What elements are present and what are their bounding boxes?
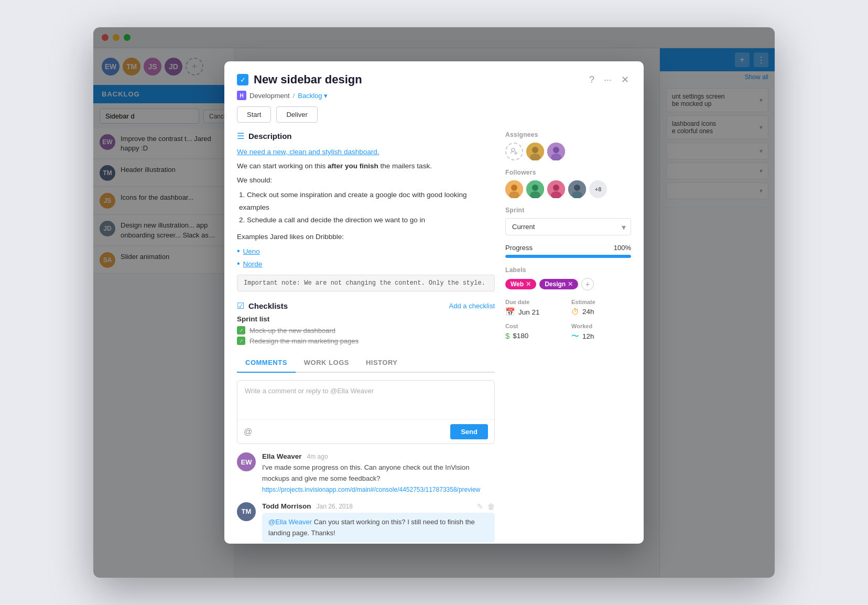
- labels-row: Web ✕ Design ✕ +: [505, 278, 631, 290]
- desc-link[interactable]: We need a new, clean and stylish dashboa…: [237, 148, 379, 156]
- svg-point-19: [574, 185, 580, 191]
- comment-time-todd: Jan 26, 2018: [317, 503, 353, 510]
- svg-point-0: [512, 148, 515, 152]
- link-ueno[interactable]: Ueno: [243, 245, 260, 258]
- label-web: Web ✕: [505, 279, 536, 289]
- desc-bullet-norde: • Norde: [237, 258, 495, 271]
- comment-list: EW Ella Weaver 4m ago I've made some pro…: [237, 452, 495, 543]
- help-button[interactable]: ?: [587, 72, 596, 88]
- follower-3[interactable]: [547, 180, 565, 198]
- desc-line-1: We need a new, clean and stylish dashboa…: [237, 146, 495, 158]
- due-date-label: Due date: [505, 299, 565, 305]
- progress-label: Progress: [505, 244, 533, 252]
- desc-list: 1. Check out some inspiration and create…: [237, 189, 495, 227]
- breadcrumb-stage[interactable]: Backlog ▾: [298, 92, 328, 100]
- modal-actions: ? ··· ✕: [587, 72, 631, 88]
- comment-toolbar: @ Send: [237, 419, 494, 444]
- breadcrumb-separator: /: [293, 92, 295, 100]
- task-modal: ✓ New sidebar design ? ··· ✕ H Developme…: [224, 61, 644, 544]
- clock-icon: ⏱: [571, 307, 579, 316]
- progress-bar: [505, 255, 631, 258]
- tab-work-logs[interactable]: WORK LOGS: [296, 353, 357, 373]
- cost-value: $ $180: [505, 331, 565, 340]
- calendar-icon: 📅: [505, 307, 515, 317]
- edit-comment-button[interactable]: ✎: [477, 502, 483, 511]
- add-checklist-link[interactable]: Add a checklist: [449, 302, 495, 310]
- followers-section: Followers: [505, 169, 631, 198]
- checklist-icon: ☑: [237, 301, 244, 311]
- cost-item: Cost $ $180: [505, 323, 565, 341]
- assignees-row: [505, 143, 631, 160]
- progress-section: Progress 100%: [505, 244, 631, 258]
- progress-fill: [505, 255, 631, 258]
- estimate-value: ⏱ 24h: [571, 307, 631, 316]
- modal-body: ☰ Description We need a new, clean and s…: [224, 123, 644, 544]
- sprint-label: Sprint: [505, 207, 631, 214]
- cost-label: Cost: [505, 323, 565, 329]
- send-button[interactable]: Send: [450, 424, 488, 439]
- comment-avatar-todd: TM: [237, 502, 256, 521]
- assignees-label: Assignees: [505, 131, 631, 138]
- at-mention-icon[interactable]: @: [244, 427, 252, 437]
- modal-overlay[interactable]: ✓ New sidebar design ? ··· ✕ H Developme…: [93, 27, 775, 578]
- svg-point-7: [553, 147, 559, 153]
- assignee-2[interactable]: [547, 143, 565, 160]
- sprint-list-label: Sprint list: [237, 315, 495, 323]
- svg-point-10: [511, 185, 517, 191]
- desc-line-4: Examples Jared likes on Dribbble:: [237, 231, 495, 243]
- start-button[interactable]: Start: [237, 106, 271, 123]
- worked-value: 〜 12h: [571, 331, 631, 341]
- remove-web-label-button[interactable]: ✕: [526, 280, 531, 288]
- estimate-label: Estimate: [571, 299, 631, 305]
- checkbox-1[interactable]: ✓: [237, 326, 245, 334]
- assignees-section: Assignees: [505, 131, 631, 160]
- checkbox-2[interactable]: ✓: [237, 337, 245, 345]
- comment-meta-todd: Todd Morrison Jan 26, 2018 ✎ 🗑: [262, 502, 495, 511]
- follower-2[interactable]: [526, 180, 544, 198]
- comment-highlight-todd: @Ella Weaver Can you start working on th…: [262, 513, 495, 543]
- comment-textarea[interactable]: [237, 381, 494, 417]
- activity-icon: 〜: [571, 331, 579, 341]
- breadcrumb-project: Development: [249, 92, 290, 100]
- modal-left: ☰ Description We need a new, clean and s…: [237, 131, 495, 544]
- modal-right: Assignees: [505, 131, 631, 544]
- tab-history[interactable]: HISTORY: [357, 353, 406, 373]
- follower-1[interactable]: [505, 180, 523, 198]
- meta-grid: Due date 📅 Jun 21 Estimate ⏱ 24h: [505, 299, 631, 341]
- assignee-1[interactable]: [526, 143, 544, 160]
- worked-label: Worked: [571, 323, 631, 329]
- checklist-header: ☑ Checklists Add a checklist: [237, 301, 495, 311]
- close-modal-button[interactable]: ✕: [619, 72, 631, 88]
- more-options-button[interactable]: ···: [602, 72, 614, 88]
- comment-link-ella[interactable]: https://projects.invisionapp.com/d/main#…: [262, 486, 480, 493]
- followers-label: Followers: [505, 169, 631, 176]
- modal-header: ✓ New sidebar design ? ··· ✕: [224, 61, 644, 88]
- checklist-item-2: ✓ Redesign the main marketing pages: [237, 337, 495, 345]
- follower-4[interactable]: [568, 180, 586, 198]
- progress-header: Progress 100%: [505, 244, 631, 252]
- comment-item-todd: TM Todd Morrison Jan 26, 2018 ✎ 🗑: [237, 502, 495, 543]
- sprint-select[interactable]: Current: [505, 218, 631, 235]
- comment-actions-todd: ✎ 🗑: [477, 502, 495, 511]
- add-label-button[interactable]: +: [581, 278, 594, 290]
- remove-design-label-button[interactable]: ✕: [568, 280, 573, 288]
- add-assignee-button[interactable]: [505, 143, 523, 160]
- desc-list-item-2: 2. Schedule a call and decide the direct…: [239, 214, 495, 226]
- deliver-button[interactable]: Deliver: [276, 106, 317, 123]
- description-icon: ☰: [237, 131, 244, 141]
- delete-comment-button[interactable]: 🗑: [487, 502, 495, 511]
- comment-input-area: @ Send: [237, 380, 495, 444]
- tab-comments[interactable]: COMMENTS: [237, 353, 296, 373]
- link-norde[interactable]: Norde: [243, 258, 263, 271]
- checklist-item-1: ✓ Mock-up the new dashboard: [237, 326, 495, 334]
- desc-line-3: We should:: [237, 175, 495, 187]
- svg-point-13: [532, 185, 538, 191]
- labels-label: Labels: [505, 266, 631, 274]
- followers-row: +8: [505, 180, 631, 198]
- comment-text-ella: I've made some progress on this. Can any…: [262, 462, 495, 484]
- worked-item: Worked 〜 12h: [571, 323, 631, 341]
- desc-list-item-1: 1. Check out some inspiration and create…: [239, 189, 495, 214]
- due-date-value: 📅 Jun 21: [505, 307, 565, 317]
- more-followers[interactable]: +8: [589, 180, 607, 198]
- checklist-items: ✓ Mock-up the new dashboard ✓ Redesign t…: [237, 326, 495, 345]
